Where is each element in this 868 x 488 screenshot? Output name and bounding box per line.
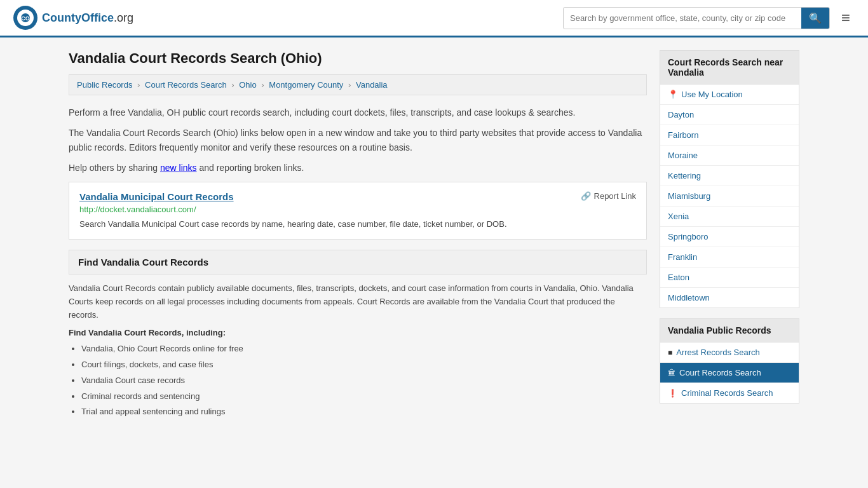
record-title[interactable]: Vandalia Municipal Court Records	[79, 191, 234, 202]
record-entry: Vandalia Municipal Court Records 🔗 Repor…	[69, 182, 647, 240]
record-url[interactable]: http://docket.vandaliacourt.com/	[79, 205, 636, 214]
breadcrumb-montgomery[interactable]: Montgomery County	[269, 80, 343, 90]
breadcrumb: Public Records › Court Records Search › …	[69, 74, 647, 95]
list-item: Vandalia, Ohio Court Records online for …	[81, 341, 647, 357]
logo-icon: CO	[13, 5, 38, 30]
nearby-city-dayton[interactable]: Dayton	[660, 105, 799, 125]
nearby-city-springboro[interactable]: Springboro	[660, 227, 799, 247]
search-bar: 🔍	[563, 7, 830, 29]
find-records-section: Find Vandalia Court Records	[69, 250, 647, 274]
find-records-body: Vandalia Court Records contain publicly …	[69, 282, 647, 322]
use-my-location[interactable]: 📍 Use My Location	[660, 85, 799, 105]
nearby-city-franklin[interactable]: Franklin	[660, 247, 799, 268]
breadcrumb-public-records[interactable]: Public Records	[77, 80, 132, 90]
new-links-link[interactable]: new links	[160, 163, 197, 173]
list-item: Vandalia Court case records	[81, 373, 647, 389]
intro-text-3: Help others by sharing new links and rep…	[69, 161, 647, 175]
logo-text: CountyOffice.org	[42, 11, 133, 25]
breadcrumb-vandalia[interactable]: Vandalia	[356, 80, 388, 90]
court-records-icon: 🏛	[668, 369, 675, 377]
page-title: Vandalia Court Records Search (Ohio)	[69, 50, 647, 67]
header-right: 🔍 ≡	[563, 6, 855, 29]
nearby-section: Court Records Search near Vandalia 📍 Use…	[660, 50, 799, 308]
record-description: Search Vandalia Municipal Court case rec…	[79, 218, 636, 231]
sidebar-item-arrest-records[interactable]: ■ Arrest Records Search	[660, 342, 799, 363]
nearby-city-miamisburg[interactable]: Miamisburg	[660, 186, 799, 207]
arrest-records-icon: ■	[668, 348, 672, 357]
record-header: Vandalia Municipal Court Records 🔗 Repor…	[79, 191, 636, 202]
criminal-records-icon: ❗	[668, 389, 677, 398]
nearby-city-eaton[interactable]: Eaton	[660, 268, 799, 288]
list-item: Criminal records and sentencing	[81, 389, 647, 405]
nearby-city-kettering[interactable]: Kettering	[660, 166, 799, 186]
find-records-list: Vandalia, Ohio Court Records online for …	[69, 341, 647, 419]
nearby-city-moraine[interactable]: Moraine	[660, 146, 799, 166]
search-input[interactable]	[564, 9, 801, 27]
sidebar-item-court-records[interactable]: 🏛 Court Records Search	[660, 363, 799, 383]
content-area: Vandalia Court Records Search (Ohio) Pub…	[69, 50, 647, 420]
search-button[interactable]: 🔍	[801, 8, 829, 29]
sidebar: Court Records Search near Vandalia 📍 Use…	[660, 50, 799, 420]
list-item: Trial and appeal sentencing and rulings	[81, 404, 647, 420]
find-records-subheading: Find Vandalia Court Records, including:	[69, 328, 647, 337]
nearby-city-xenia[interactable]: Xenia	[660, 207, 799, 227]
header: CO CountyOffice.org 🔍 ≡	[0, 0, 868, 37]
hamburger-menu-icon[interactable]: ≡	[836, 6, 855, 29]
logo[interactable]: CO CountyOffice.org	[13, 5, 133, 30]
public-records-heading: Vandalia Public Records	[660, 319, 799, 342]
main-container: Vandalia Court Records Search (Ohio) Pub…	[59, 37, 809, 433]
nearby-heading: Court Records Search near Vandalia	[660, 51, 799, 85]
sidebar-item-criminal-records[interactable]: ❗ Criminal Records Search	[660, 383, 799, 403]
report-icon: 🔗	[581, 191, 591, 201]
find-records-heading: Find Vandalia Court Records	[78, 257, 637, 268]
public-records-section: Vandalia Public Records ■ Arrest Records…	[660, 318, 799, 403]
nearby-city-middletown[interactable]: Middletown	[660, 288, 799, 308]
intro-text-2: The Vandalia Court Records Search (Ohio)…	[69, 126, 647, 154]
report-link-button[interactable]: 🔗 Report Link	[581, 191, 636, 201]
list-item: Court filings, dockets, and case files	[81, 357, 647, 373]
breadcrumb-court-records[interactable]: Court Records Search	[145, 80, 227, 90]
location-pin-icon: 📍	[668, 90, 678, 99]
breadcrumb-ohio[interactable]: Ohio	[239, 80, 256, 90]
nearby-city-fairborn[interactable]: Fairborn	[660, 125, 799, 146]
svg-text:CO: CO	[21, 15, 30, 22]
intro-text-1: Perform a free Vandalia, OH public court…	[69, 105, 647, 119]
